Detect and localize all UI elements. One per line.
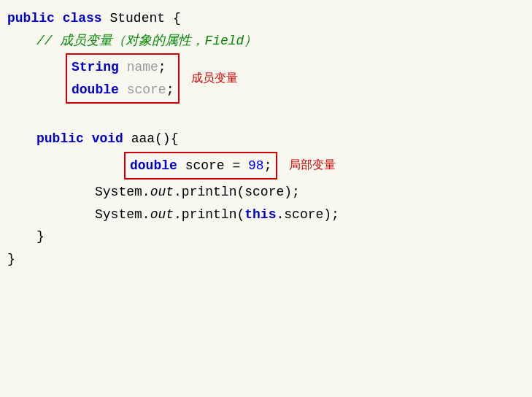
out-object-2: out — [150, 204, 174, 226]
line-println-this-score: System.out.println(this.score); — [7, 204, 532, 226]
keyword-public: public — [7, 7, 55, 30]
type-double: double — [72, 79, 119, 101]
line-local-score: double score = 98; — [130, 155, 271, 177]
class-name: Student — [109, 7, 165, 30]
type-double-local: double — [130, 155, 177, 177]
number-98: 98 — [248, 155, 264, 177]
member-variable-box: String name; double score; — [66, 53, 180, 104]
line-double-score: double score; — [72, 79, 174, 101]
comment-text: // 成员变量（对象的属性，Field） — [36, 30, 257, 53]
local-variable-box: double score = 98; — [124, 152, 277, 180]
line-comment: // 成员变量（对象的属性，Field） — [7, 30, 532, 53]
keyword-class: class — [63, 7, 102, 30]
var-name: name — [127, 56, 158, 79]
this-score-param: score — [284, 204, 323, 226]
line-string-name: String name; — [72, 56, 174, 79]
line-close-class: } — [7, 248, 532, 271]
out-object: out — [150, 181, 174, 204]
system-class: System — [95, 181, 142, 204]
close-brace-method: } — [36, 226, 45, 248]
local-variable-area: double score = 98; 局部变量 — [7, 152, 532, 180]
keyword-this: this — [244, 204, 276, 226]
var-score: score — [127, 79, 166, 101]
score-param: score — [244, 181, 284, 204]
close-brace-class: } — [7, 248, 15, 271]
code-container: public class Student { // 成员变量（对象的属性，Fie… — [0, 0, 532, 397]
line-method-declaration: public void aaa(){ — [7, 128, 532, 150]
line-println-score: System.out.println(score); — [7, 181, 532, 204]
member-variable-area: String name; double score; 成员变量 — [7, 53, 532, 104]
local-variable-label: 局部变量 — [289, 158, 336, 173]
keyword-public-method: public — [36, 128, 84, 150]
line-class-declaration: public class Student { — [7, 7, 532, 30]
system-class-2: System — [95, 204, 142, 226]
member-variable-label: 成员变量 — [191, 71, 238, 86]
var-score-local: score — [185, 155, 225, 177]
type-string: String — [72, 56, 119, 79]
method-name: aaa — [131, 128, 155, 150]
keyword-void: void — [92, 128, 123, 150]
line-close-method: } — [7, 226, 532, 248]
empty-line-1 — [7, 105, 532, 128]
